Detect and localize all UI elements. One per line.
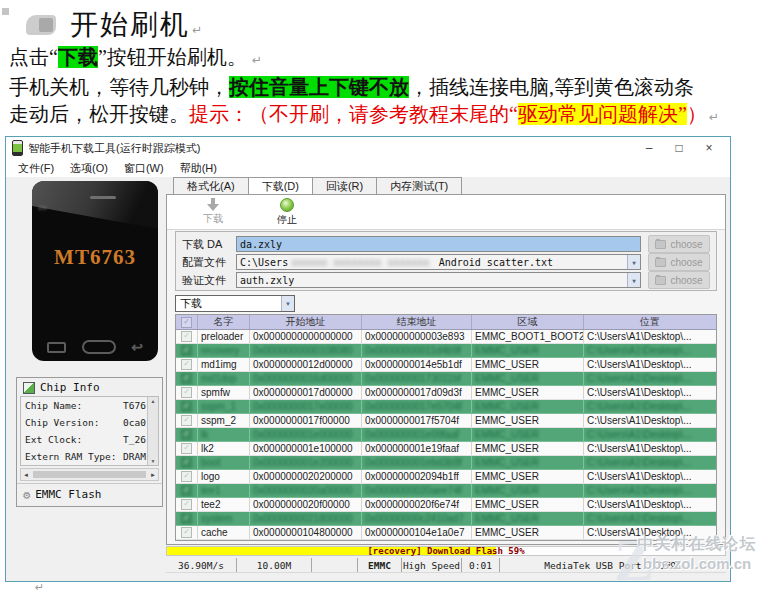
chip-field-value: T_26	[123, 434, 146, 445]
dropdown-arrow-icon[interactable]: ▼	[627, 255, 640, 269]
row-checkbox[interactable]: ✓	[176, 526, 198, 539]
tab-format[interactable]: 格式化(A)	[173, 177, 249, 194]
scroll-left-icon[interactable]: ◄	[23, 472, 29, 478]
table-cell: C:\Users\A1\Desktop\...	[584, 428, 716, 441]
table-row-sspm_2[interactable]: ✓sspm_20x0000000017f000000x0000000017f57…	[176, 414, 716, 428]
column-header: 开始地址	[250, 315, 362, 329]
select-all-checkbox[interactable]: ✓	[176, 315, 198, 329]
app-phone-icon	[12, 140, 23, 156]
table-row-system[interactable]: ✓system0x00000000218000000x00000000c2410…	[176, 512, 716, 526]
table-cell: tee1	[198, 484, 250, 497]
table-row-tee1[interactable]: ✓tee10x0000000020a000000x0000000020aee74…	[176, 484, 716, 498]
stop-icon	[280, 198, 294, 212]
gear-icon: ⚙	[23, 490, 30, 500]
row-checkbox[interactable]: ✓	[176, 442, 198, 455]
row-checkbox[interactable]: ✓	[176, 386, 198, 399]
scatter-choose-button[interactable]: choose	[648, 253, 710, 271]
close-button[interactable]: ×	[694, 137, 724, 159]
auth-file-combobox[interactable]: auth.zxly ▼	[236, 272, 641, 288]
table-cell: 0x0000000017e00000	[250, 400, 362, 413]
scatter-file-combobox[interactable]: C:\Usersxxxxxx xxxxxxxx xxxxxxx_Android_…	[236, 254, 641, 270]
menu-item-options[interactable]: 选项(O)	[62, 161, 116, 176]
checkbox-icon: ✓	[181, 331, 192, 342]
table-cell: EMMC_USER	[472, 428, 584, 441]
menu-item-file[interactable]: 文件(F)	[10, 161, 62, 176]
operation-mode-select[interactable]: 下载 ▼	[175, 295, 295, 312]
table-row-boot[interactable]: ✓boot0x000000001e2000000x000000001ebd3b9…	[176, 456, 716, 470]
chip-field-label: Chip Name:	[25, 400, 82, 411]
table-row-lk2[interactable]: ✓lk20x000000001e1000000x000000001e19faaf…	[176, 442, 716, 456]
row-checkbox[interactable]: ✓	[176, 372, 198, 385]
row-checkbox[interactable]: ✓	[176, 540, 198, 541]
row-checkbox[interactable]: ✓	[176, 414, 198, 427]
minimize-button[interactable]: –	[634, 137, 664, 159]
table-row-cache[interactable]: ✓cache0x00000001048000000x0000000104e1a0…	[176, 526, 716, 540]
tab-download[interactable]: 下载(D)	[248, 177, 313, 194]
scroll-right-icon[interactable]: ►	[150, 472, 156, 478]
chip-info-header: Chip Info	[17, 378, 162, 396]
row-checkbox[interactable]: ✓	[176, 456, 198, 469]
status-bar: 36.90M/s10.00MEMMCHigh Speed0:01MediaTek…	[166, 558, 726, 573]
scroll-down-icon[interactable]: ▼	[151, 458, 156, 464]
auth-choose-button[interactable]: choose	[648, 271, 710, 289]
dropdown-arrow-icon[interactable]: ▼	[627, 273, 640, 287]
maximize-button[interactable]: □	[664, 137, 694, 159]
tab-memorytest[interactable]: 内存测试(T)	[376, 177, 462, 194]
da-file-row: 下载 DA da.zxly choose	[182, 236, 710, 252]
table-row-lk[interactable]: ✓lk0x000000001e0000000x000000001e09faafE…	[176, 428, 716, 442]
checkbox-icon: ✓	[181, 429, 192, 440]
main-area: 格式化(A)下载(D)回读(R)内存测试(T) 下载 停止	[166, 177, 726, 581]
da-file-input[interactable]: da.zxly	[236, 236, 641, 252]
table-row-recovery[interactable]: ✓recovery0x00000000001080800x00000000011…	[176, 344, 716, 358]
row-checkbox[interactable]: ✓	[176, 400, 198, 413]
text-run: 驱动常见问题解决	[518, 103, 678, 125]
table-cell: userdata	[198, 540, 250, 541]
horizontal-scrollbar[interactable]: ◄ ►	[20, 468, 159, 481]
table-row-md1dsp[interactable]: ✓md1dsp0x0000000016d000000x0000000017301…	[176, 372, 716, 386]
scroll-up-icon[interactable]: ▲	[151, 398, 156, 404]
row-checkbox[interactable]: ✓	[176, 470, 198, 483]
table-cell: md1dsp	[198, 372, 250, 385]
row-checkbox[interactable]: ✓	[176, 330, 198, 343]
da-file-value: da.zxly	[240, 239, 282, 250]
window-titlebar[interactable]: 智能手机下载工具(运行时跟踪模式) – □ ×	[6, 137, 730, 159]
table-cell: 0x0000000017f5704f	[362, 414, 472, 427]
row-checkbox[interactable]: ✓	[176, 498, 198, 511]
vertical-scrollbar[interactable]: ▲ ▼	[147, 397, 158, 465]
table-cell: 0x000000001e09faaf	[362, 428, 472, 441]
table-row-md1img[interactable]: ✓md1img0x0000000012d000000x0000000014e5b…	[176, 358, 716, 372]
table-cell: 0x00000000173011bf	[362, 372, 472, 385]
table-row-userdata[interactable]: ✓userdata0x00000001148000000x00000001249…	[176, 540, 716, 541]
table-row-tee2[interactable]: ✓tee20x0000000020f000000x0000000020f6e74…	[176, 498, 716, 512]
stop-button[interactable]: 停止	[259, 198, 315, 227]
screenshot-root: 开始刷机↵ 点击“下载”按钮开始刷机。 ↵手机关机，等待几秒钟，按住音量上下键不…	[0, 0, 772, 599]
row-checkbox[interactable]: ✓	[176, 512, 198, 525]
download-button[interactable]: 下载	[185, 198, 241, 226]
table-cell: 0x00000000011d4b9f	[362, 344, 472, 357]
app-window: 智能手机下载工具(运行时跟踪模式) – □ × 文件(F)选项(O)窗口(W)帮…	[5, 136, 731, 582]
da-choose-button[interactable]: choose	[648, 235, 710, 253]
row-checkbox[interactable]: ✓	[176, 358, 198, 371]
table-cell: 0x000000000003e893	[362, 330, 472, 343]
table-row-preloader[interactable]: ✓preloader0x00000000000000000x0000000000…	[176, 330, 716, 344]
row-checkbox[interactable]: ✓	[176, 428, 198, 441]
scrollbar-thumb[interactable]	[33, 471, 146, 478]
row-checkbox[interactable]: ✓	[176, 484, 198, 497]
progress-bar: [recovery] Download Flash 59%	[166, 546, 726, 556]
table-row-logo[interactable]: ✓logo0x00000000202000000x000000002094b1f…	[176, 470, 716, 484]
table-cell: 0x0000000021800000	[250, 512, 362, 525]
menu-item-help[interactable]: 帮助(H)	[172, 161, 225, 176]
row-checkbox[interactable]: ✓	[176, 344, 198, 357]
table-cell: 0x00000000c2410ad7	[362, 512, 472, 525]
table-cell: C:\Users\A1\Desktop\...	[584, 344, 716, 357]
text-run: ”按钮开始刷机。	[98, 46, 247, 68]
text-run: ，插线连接电脑,等到黄色滚动条	[409, 76, 694, 98]
tab-readback[interactable]: 回读(R)	[312, 177, 377, 194]
chip-info-icon	[23, 382, 35, 394]
dropdown-arrow-icon[interactable]: ▼	[281, 296, 294, 311]
menu-item-window[interactable]: 窗口(W)	[116, 161, 172, 176]
table-row-spmfw[interactable]: ✓spmfw0x0000000017d000000x0000000017d09d…	[176, 386, 716, 400]
table-row-sspm_1[interactable]: ✓sspm_10x0000000017e000000x0000000017e57…	[176, 400, 716, 414]
table-cell: 0x00000001249bebd3	[362, 540, 472, 541]
choose-label: choose	[670, 239, 702, 250]
